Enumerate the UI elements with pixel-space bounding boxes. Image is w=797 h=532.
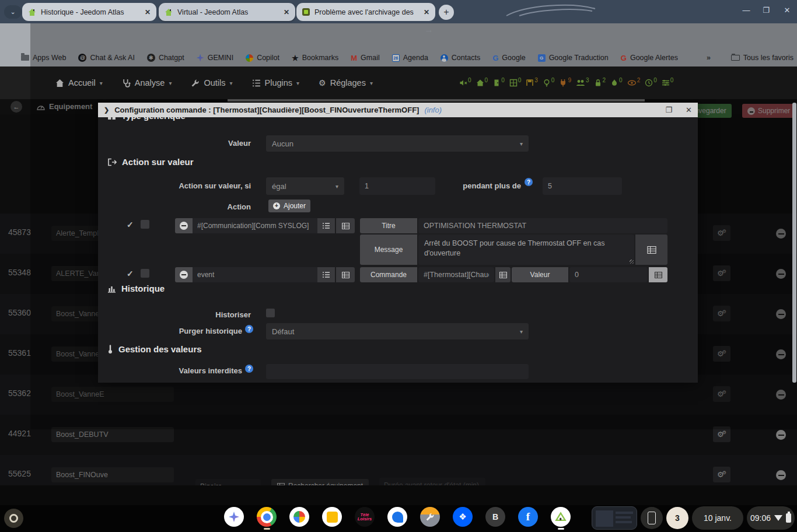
help-icon[interactable]: ? — [245, 365, 253, 373]
condition-value-input[interactable] — [359, 177, 435, 195]
purger-label: Purger historique — [98, 327, 242, 335]
remove-action-button[interactable] — [175, 218, 193, 233]
status-tray[interactable]: 09:06 — [747, 506, 795, 530]
historiser-label: Historiser — [98, 310, 251, 319]
section-historique: Historique — [107, 284, 165, 293]
notification-counter[interactable]: 3 — [666, 507, 688, 529]
remove-action-button[interactable] — [175, 267, 193, 282]
historiser-checkbox[interactable] — [266, 309, 275, 317]
tab-close-icon[interactable]: ✕ — [284, 8, 289, 16]
sign-out-icon — [107, 158, 117, 166]
shelf-app-b[interactable]: B — [485, 507, 505, 532]
event-command-input[interactable] — [418, 267, 494, 282]
modal-title-type: (info) — [424, 106, 442, 114]
list-picker-button[interactable] — [317, 267, 335, 282]
generic-type-select[interactable]: Aucun▾ — [266, 135, 529, 152]
window-restore-button[interactable]: ❐ — [760, 6, 772, 15]
calendar-pill[interactable]: 10 janv. — [692, 506, 743, 530]
table-picker-button[interactable] — [336, 267, 355, 282]
event-value-input[interactable] — [569, 267, 648, 282]
action-enabled-check-icon[interactable]: ✓ — [127, 220, 134, 229]
modal-maximize-icon[interactable]: ❐ — [665, 106, 672, 114]
collapse-chevron-icon[interactable]: ❯ — [104, 106, 109, 114]
tab-title: Problème avec l'archivage des — [314, 8, 419, 16]
valeur-label: Valeur — [98, 139, 251, 148]
action-enabled-check-icon[interactable]: ✓ — [127, 269, 134, 278]
modal-close-icon[interactable]: ✕ — [686, 106, 692, 114]
command-table-picker-button[interactable] — [495, 267, 511, 282]
forbidden-values-input[interactable] — [266, 364, 529, 379]
duration-value-input[interactable] — [543, 177, 622, 195]
shelf-app-teleloisirs[interactable]: Télé Loisirs — [355, 507, 375, 532]
shelf-app-jeedom[interactable] — [551, 507, 571, 532]
tab-title: Virtual - Jeedom Atlas — [177, 8, 279, 16]
notification-title-input[interactable] — [418, 218, 667, 233]
shelf-app-toolbox[interactable] — [420, 507, 440, 532]
launcher-button[interactable] — [4, 509, 23, 528]
section-gestion-valeurs: Gestion des valeurs — [107, 344, 202, 354]
resize-grip[interactable] — [630, 260, 634, 264]
titre-label: Titre — [360, 218, 417, 233]
add-action-button[interactable]: + Ajouter — [268, 200, 310, 212]
tab-search-button[interactable]: ⌄ — [4, 5, 22, 19]
browser-tab-strip: ⌄ Historique - Jeedom Atlas ✕ Virtual - … — [0, 0, 797, 23]
help-icon[interactable]: ? — [525, 178, 533, 186]
community-favicon — [302, 8, 310, 16]
tab-historique[interactable]: Historique - Jeedom Atlas ✕ — [22, 3, 156, 21]
shelf-app-dropbox[interactable]: ❖ — [453, 507, 473, 532]
value-table-picker-button[interactable] — [649, 267, 667, 282]
section-action-sur-valeur: Action sur valeur — [107, 157, 194, 167]
tab-close-icon[interactable]: ✕ — [424, 8, 429, 16]
tab-probleme-archivage[interactable]: Problème avec l'archivage des ✕ — [296, 3, 435, 21]
operator-select[interactable]: égal▾ — [266, 177, 344, 195]
notification-message-textarea[interactable]: Arrêt du BOOST pour cause de Thermostat … — [418, 235, 634, 265]
tab-title: Historique - Jeedom Atlas — [41, 8, 140, 16]
tab-close-icon[interactable]: ✕ — [145, 8, 151, 16]
action-option-checkbox[interactable] — [141, 220, 149, 229]
action-command-input[interactable] — [193, 267, 317, 282]
table-icon — [499, 272, 507, 278]
window-close-button[interactable]: ✕ — [781, 6, 793, 15]
shelf-app-keep[interactable] — [322, 507, 342, 532]
jeedom-house-icon — [555, 512, 567, 522]
action-option-checkbox[interactable] — [141, 269, 149, 278]
jeedom-favicon — [28, 8, 36, 16]
commande-label: Commande — [360, 267, 417, 282]
plus-circle-icon: + — [273, 202, 280, 209]
system-shelf: Télé Loisirs ❖ B f 3 10 janv. 09:06 — [0, 505, 797, 532]
tab-virtual[interactable]: Virtual - Jeedom Atlas ✕ — [159, 3, 295, 21]
table-icon — [342, 223, 349, 229]
valeurs-interdites-label: Valeurs interdites — [98, 366, 242, 375]
window-preview-thumbnail[interactable] — [592, 506, 637, 530]
table-picker-button[interactable] — [336, 218, 355, 233]
action-command-group — [175, 218, 355, 233]
phone-hub-button[interactable] — [641, 507, 663, 529]
shelf-app-gemini[interactable] — [224, 507, 244, 532]
battery-icon — [786, 513, 791, 523]
message-table-picker-button[interactable] — [635, 235, 667, 265]
help-icon[interactable]: ? — [245, 325, 253, 333]
new-tab-button[interactable]: + — [439, 5, 454, 20]
pendant-label: pendant plus de — [425, 181, 521, 190]
modal-title: Configuration commande : [Thermostat][Ch… — [114, 106, 419, 114]
list-icon — [322, 222, 330, 229]
thermometer-icon — [107, 345, 113, 354]
purge-history-select[interactable]: Défaut▾ — [266, 323, 529, 340]
browser-toolbar: ← → ↻ ⚠ Non sécurisé 192.168.1.15/index.… — [0, 23, 797, 49]
shelf-app-photos[interactable] — [289, 507, 309, 532]
table-icon — [647, 246, 656, 254]
wallpaper-car-art — [502, 1, 607, 22]
shelf-app-messages[interactable] — [387, 507, 407, 532]
window-minimize-button[interactable]: — — [740, 6, 753, 15]
valeur-field-label: Valeur — [512, 267, 568, 282]
table-icon — [342, 272, 349, 278]
list-icon — [322, 271, 330, 278]
table-icon — [655, 272, 662, 278]
shelf-app-facebook[interactable]: f — [518, 507, 538, 532]
action-command-input[interactable] — [193, 218, 317, 233]
modal-header[interactable]: ❯ Configuration commande : [Thermostat][… — [98, 103, 698, 117]
list-picker-button[interactable] — [317, 218, 335, 233]
shelf-app-chrome[interactable] — [257, 507, 277, 532]
jeedom-favicon — [165, 8, 173, 16]
modal-scrollbar[interactable] — [792, 103, 796, 383]
